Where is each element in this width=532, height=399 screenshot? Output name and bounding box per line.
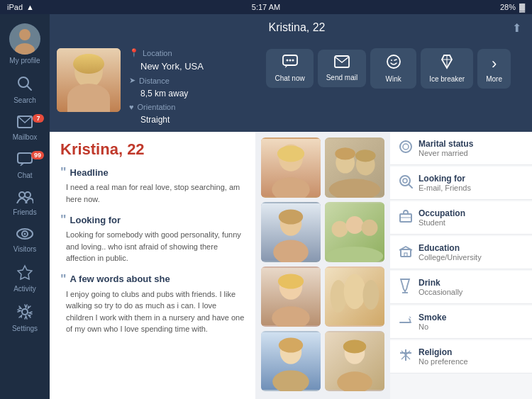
svg-point-21 <box>292 60 294 62</box>
sidebar-item-settings[interactable]: Settings <box>0 298 50 338</box>
status-time: 5:17 AM <box>252 3 280 11</box>
bio-section-looking-for-title: " Looking for <box>60 213 245 226</box>
bio-section-headline-text: I need a real man for real love, stop se… <box>60 181 245 205</box>
quote-icon: " <box>60 166 67 179</box>
sidebar-item-my-profile[interactable]: My profile <box>0 18 50 70</box>
photo-thumb-3[interactable] <box>261 202 321 262</box>
drink-label: Drink <box>419 278 523 288</box>
svg-point-44 <box>362 220 378 236</box>
bio-section-looking-for: " Looking for Looking for somebody with … <box>60 213 245 264</box>
orientation-label: Orientation <box>138 103 176 111</box>
chat-now-icon <box>282 55 298 72</box>
profile-info: 📍 Location New York, USA ➤ Distance 8,5 … <box>129 48 247 125</box>
status-right: 28% ▓ <box>500 3 525 11</box>
status-bar: iPad ▲ 5:17 AM 28% ▓ <box>0 0 532 14</box>
visitors-icon <box>16 227 33 244</box>
sidebar-item-visitors[interactable]: Visitors <box>0 222 50 259</box>
photo-thumb-6[interactable] <box>325 266 384 327</box>
svg-point-60 <box>343 339 366 353</box>
bio-column: Kristina, 22 " Headline I need a real ma… <box>50 132 255 399</box>
photo-thumb-2[interactable] <box>325 137 384 198</box>
bio-name: Kristina, 22 <box>60 140 245 159</box>
profile-body: Kristina, 22 " Headline I need a real ma… <box>50 132 532 399</box>
svg-marker-12 <box>18 266 32 279</box>
photo-grid <box>255 132 390 399</box>
chat-icon <box>17 152 33 170</box>
svg-line-4 <box>27 86 31 90</box>
svg-point-8 <box>25 192 31 198</box>
photo-thumb-7[interactable] <box>261 331 321 391</box>
send-mail-icon <box>334 55 350 72</box>
occupation-icon <box>399 209 419 226</box>
sidebar-item-mailbox[interactable]: 7 Mailbox <box>0 110 50 147</box>
bio-section-headline: " Headline I need a real man for real lo… <box>60 166 245 205</box>
sidebar-item-label: Settings <box>12 325 38 332</box>
mailbox-badge: 7 <box>33 114 44 123</box>
profile-header-title: Kristina, 22 <box>82 21 512 34</box>
profile-main-photo[interactable] <box>57 48 121 112</box>
sidebar-item-chat[interactable]: 99 Chat <box>0 147 50 185</box>
search-icon <box>17 76 33 95</box>
location-label: Location <box>143 49 172 57</box>
wink-icon <box>386 54 401 73</box>
sidebar-item-label: My profile <box>9 57 40 64</box>
detail-row-religion: Religion No preference <box>390 340 532 373</box>
quote-icon-2: " <box>60 213 67 226</box>
svg-point-42 <box>332 221 348 237</box>
photo-thumb-8[interactable] <box>325 331 384 391</box>
ice-breaker-button[interactable]: Ice breaker <box>421 48 473 89</box>
detail-row-marital-status: Marital status Never married <box>390 132 532 165</box>
detail-row-occupation: Occupation Student <box>390 201 532 235</box>
share-button[interactable]: ⬆ <box>512 21 521 35</box>
svg-point-65 <box>403 179 407 183</box>
bio-section-headline-title: " Headline <box>60 166 245 179</box>
photo-thumb-4[interactable] <box>325 202 384 262</box>
ice-breaker-label: Ice breaker <box>429 75 465 83</box>
svg-line-66 <box>409 184 412 188</box>
sidebar-item-label: Activity <box>13 285 36 293</box>
chat-now-button[interactable]: Chat now <box>266 49 313 88</box>
sidebar-item-label: Friends <box>13 208 36 216</box>
education-label: Education <box>419 243 523 253</box>
religion-value: No preference <box>419 357 523 366</box>
marital-status-label: Marital status <box>419 139 523 149</box>
carrier-label: iPad <box>7 3 23 11</box>
looking-for-icon <box>399 174 419 191</box>
sidebar-item-label: Mailbox <box>13 133 37 141</box>
avatar <box>9 23 40 55</box>
svg-point-62 <box>400 141 411 152</box>
orientation-value: Straight <box>129 115 247 125</box>
svg-point-23 <box>387 55 400 68</box>
more-button[interactable]: › More <box>477 49 511 89</box>
send-mail-button[interactable]: Send mail <box>318 50 366 87</box>
svg-point-16 <box>73 54 104 74</box>
photo-thumb-1[interactable] <box>261 137 321 198</box>
marital-status-icon <box>399 140 419 157</box>
activity-icon <box>17 264 33 283</box>
sidebar-item-friends[interactable]: Friends <box>0 185 50 222</box>
svg-point-24 <box>391 60 392 61</box>
drink-value: Occasionally <box>419 288 523 296</box>
occupation-value: Student <box>419 218 523 227</box>
smoke-value: No <box>419 322 523 331</box>
quote-icon-3: " <box>60 273 67 286</box>
chat-badge: 99 <box>31 151 44 159</box>
looking-for-label: Looking for <box>419 174 523 184</box>
smoke-icon <box>399 313 419 330</box>
distance-row: ➤ Distance <box>129 76 247 85</box>
distance-icon: ➤ <box>129 76 135 85</box>
svg-point-48 <box>278 274 304 289</box>
content-area: Kristina, 22 ⬆ <box>50 14 532 399</box>
more-icon: › <box>492 55 497 73</box>
photo-thumb-5[interactable] <box>261 266 321 327</box>
sidebar-item-search[interactable]: Search <box>0 70 50 110</box>
svg-point-17 <box>67 94 110 112</box>
detail-row-looking-for: Looking for E-mail, Friends <box>390 167 532 200</box>
svg-point-56 <box>279 338 303 353</box>
smoke-label: Smoke <box>419 313 523 322</box>
bio-section-about-text: I enjoy going to clubs and pubs with fri… <box>60 288 245 335</box>
wink-button[interactable]: Wink <box>370 48 416 89</box>
location-row: 📍 Location <box>129 48 247 57</box>
sidebar-item-activity[interactable]: Activity <box>0 259 50 298</box>
wink-label: Wink <box>386 75 401 83</box>
